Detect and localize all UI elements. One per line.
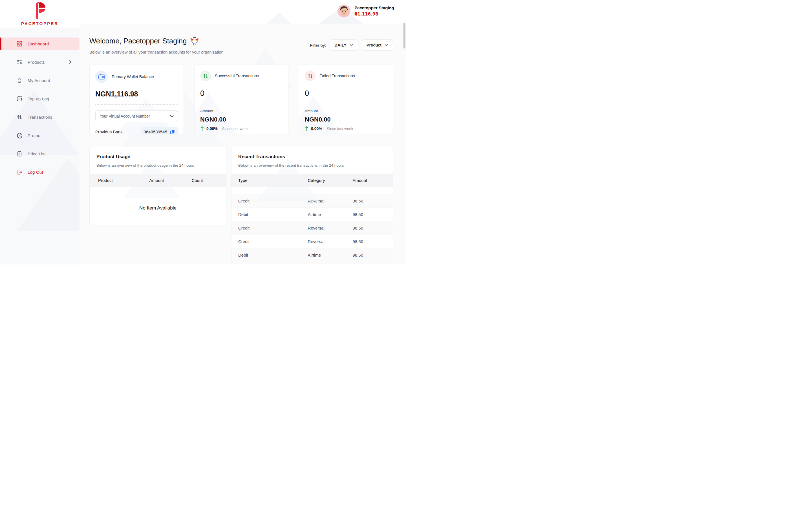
- column-header: Amount: [353, 178, 393, 183]
- logout-icon: [16, 169, 23, 175]
- table-row-partial: [231, 262, 393, 264]
- arrow-up-icon: [305, 126, 309, 131]
- transaction-type: Credit: [238, 199, 308, 203]
- wallet-icon-circle: [95, 71, 108, 83]
- transaction-category: Reversal: [308, 239, 353, 244]
- success-card-title: Successful Transactions: [215, 74, 259, 78]
- sidebar-item-topup-log[interactable]: Top up Log: [0, 92, 79, 105]
- transaction-amount: 98.50: [353, 253, 393, 257]
- sidebar-item-transactions[interactable]: Transactions: [0, 111, 79, 123]
- welcome-text: Welcome, Pacetopper Staging Below is an …: [89, 36, 223, 54]
- tables-row: Product Usage Below is an overview of th…: [89, 147, 393, 264]
- sidebar-item-dashboard[interactable]: Dashboard: [0, 38, 79, 50]
- up-down-arrows-icon: [16, 114, 23, 120]
- table-row[interactable]: Credit Reversal 98.50: [231, 194, 393, 208]
- failed-transactions-card: Failed Transactions 0 Amount NGN0.00 0.0…: [299, 65, 393, 134]
- recent-transactions-title: Recent Transactions: [231, 154, 393, 160]
- failed-period-note: Since last week: [327, 127, 353, 131]
- product-filter-dropdown[interactable]: Product: [362, 40, 393, 51]
- period-filter-value: DAILY: [334, 43, 347, 47]
- failed-count: 0: [305, 89, 387, 98]
- account-number-chip[interactable]: 9640539545: [141, 127, 178, 134]
- page-subtitle: Below is an overview of all your transac…: [89, 50, 223, 54]
- arrow-up-icon: [200, 126, 204, 131]
- brand-logo[interactable]: PACETOPPER: [0, 0, 79, 28]
- successful-transactions-card: Successful Transactions 0 Amount NGN0.00…: [194, 65, 288, 134]
- sidebar-item-label: Top up Log: [28, 97, 49, 101]
- empty-state-text: No Item Available: [90, 205, 226, 211]
- topbar: Pacetopper Staging ₦1,116.98: [79, 0, 406, 24]
- table-row[interactable]: Credit Reversal 98.50: [231, 234, 393, 248]
- product-usage-card: Product Usage Below is an overview of th…: [89, 147, 227, 225]
- column-header: Count: [191, 178, 226, 183]
- chevron-down-icon: [350, 44, 353, 46]
- topbar-deco-triangle: [245, 12, 313, 24]
- wallet-icon: [98, 74, 105, 80]
- brand-name: PACETOPPER: [21, 21, 58, 26]
- transaction-category: Airtime: [308, 212, 353, 217]
- chevron-right-icon: [69, 60, 72, 64]
- chart-log-icon: [16, 96, 23, 102]
- account-number: 9640539545: [144, 129, 167, 134]
- active-indicator: [0, 38, 1, 50]
- copy-icon[interactable]: [170, 129, 175, 134]
- recent-transactions-body: Credit Reversal 98.50 Debit Airtime 98.5…: [231, 194, 393, 262]
- transaction-type: Debit: [238, 212, 308, 217]
- transaction-type: Credit: [238, 239, 308, 244]
- transaction-type: Debit: [238, 253, 308, 257]
- wallet-balance: NGN1,116.98: [95, 90, 178, 98]
- sidebar-item-label: Transactions: [28, 115, 53, 119]
- sliders-icon: [16, 59, 23, 65]
- sidebar-item-label: Products: [28, 60, 45, 65]
- product-filter-value: Product: [366, 43, 381, 47]
- amount-label: Amount: [305, 109, 387, 113]
- sidebar-item-products[interactable]: Products: [0, 56, 79, 68]
- wallet-card-title: Primary Wallet Balance: [112, 74, 154, 79]
- user-menu[interactable]: Pacetopper Staging ₦1,116.98: [337, 4, 394, 17]
- column-header: Amount: [149, 178, 192, 183]
- user-info: Pacetopper Staging ₦1,116.98: [354, 5, 394, 17]
- amount-label: Amount: [200, 109, 282, 113]
- sidebar-item-promo[interactable]: Promo: [0, 129, 79, 142]
- party-popper-emoji: [189, 36, 200, 46]
- sidebar-item-logout[interactable]: Log Out: [0, 166, 79, 178]
- sidebar-item-label: Dashboard: [28, 41, 49, 46]
- welcome-section: Welcome, Pacetopper Staging Below is an …: [89, 36, 393, 54]
- recent-transactions-header-row: Type Category Amount: [231, 174, 393, 187]
- filter-controls: Filter by: DAILY Product: [310, 40, 393, 51]
- success-count: 0: [200, 89, 282, 98]
- sidebar-item-label: Price List: [28, 152, 46, 156]
- chevron-down-icon: [170, 115, 174, 118]
- sidebar-item-price-list[interactable]: Price List: [0, 147, 79, 160]
- column-header: Category: [308, 178, 353, 183]
- transaction-category: Airtime: [308, 253, 353, 257]
- transaction-amount: 98.50: [353, 226, 393, 230]
- sidebar-item-my-account[interactable]: My Account: [0, 74, 79, 87]
- table-row[interactable]: Credit Reversal 98.50: [231, 221, 393, 234]
- virtual-account-select[interactable]: Your Virtual Account Number: [95, 110, 178, 122]
- table-row[interactable]: Debit Airtime 98.50: [231, 208, 393, 221]
- divider: [305, 104, 387, 104]
- up-down-arrows-icon: [308, 73, 313, 79]
- table-row[interactable]: Debit Airtime 98.50: [231, 248, 393, 262]
- success-amount: NGN0.00: [200, 116, 282, 123]
- product-usage-title: Product Usage: [90, 154, 226, 160]
- success-period-note: Since last week: [222, 127, 249, 131]
- transaction-category: Reversal: [308, 226, 353, 230]
- sidebar-item-label: Log Out: [28, 170, 43, 174]
- divider: [95, 104, 178, 105]
- pacetopper-logo-icon: [32, 2, 47, 20]
- scrollbar[interactable]: [404, 23, 405, 48]
- transaction-type: Credit: [238, 226, 308, 230]
- column-header: Type: [238, 178, 308, 183]
- product-usage-subtitle: Below is an overview of the product usag…: [90, 163, 226, 168]
- period-filter-dropdown[interactable]: DAILY: [330, 40, 358, 51]
- up-down-arrows-icon: [203, 73, 208, 79]
- transaction-amount: 98.50: [353, 239, 393, 244]
- sidebar: PACETOPPER Dashboard Products: [0, 0, 79, 264]
- sidebar-menu: Dashboard Products My Account: [0, 28, 79, 178]
- wallet-card: Primary Wallet Balance NGN1,116.98 Your …: [89, 65, 184, 134]
- virtual-account-select-value: Your Virtual Account Number: [100, 114, 150, 118]
- sidebar-item-label: My Account: [28, 78, 50, 83]
- dashboard-icon: [16, 41, 23, 47]
